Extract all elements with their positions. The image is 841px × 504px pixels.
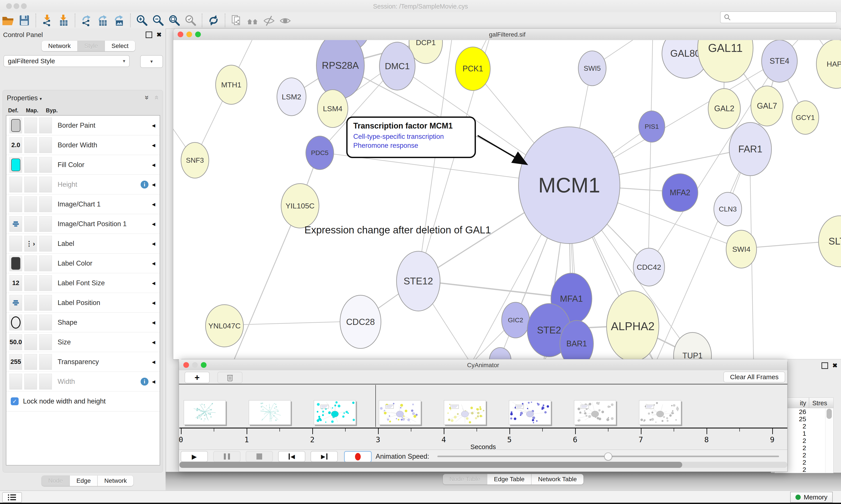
- property-cell[interactable]: [10, 216, 22, 232]
- tab-style[interactable]: Style: [78, 41, 105, 51]
- clear-all-frames-button[interactable]: Clear All Frames: [723, 372, 785, 382]
- network-node-gal2[interactable]: GAL2: [708, 88, 741, 129]
- network-node-mth1[interactable]: MTH1: [215, 65, 247, 105]
- table-column-header[interactable]: Stres: [809, 398, 833, 408]
- tab-select[interactable]: Select: [105, 41, 135, 51]
- property-row-transparency[interactable]: 255Transparency◀: [6, 352, 160, 372]
- network-node-cdc28[interactable]: CDC28: [340, 295, 381, 349]
- memory-button[interactable]: Memory: [790, 492, 833, 503]
- property-row-border-width[interactable]: 2.0Border Width◀: [6, 135, 160, 155]
- lock-size-checkbox[interactable]: ✓: [11, 397, 19, 405]
- property-row-image-chart-position-1[interactable]: Image/Chart Position 1◀: [6, 214, 160, 234]
- export-table-icon[interactable]: [95, 13, 111, 28]
- collapse-left-icon[interactable]: ◀: [152, 281, 155, 286]
- frame-thumbnail-2[interactable]: [249, 400, 291, 425]
- network-node-pdc5[interactable]: PDC5: [305, 136, 334, 170]
- frame-thumbnail-7[interactable]: [574, 400, 616, 425]
- frame-thumbnail-4[interactable]: [379, 400, 421, 425]
- collapse-left-icon[interactable]: ◀: [152, 359, 155, 364]
- float-panel-icon[interactable]: [822, 362, 828, 369]
- property-cell[interactable]: [24, 314, 37, 330]
- property-cell[interactable]: [24, 216, 37, 232]
- property-cell[interactable]: 12: [10, 275, 22, 291]
- annotation-link[interactable]: Cell-type-specific transcription: [353, 132, 469, 141]
- property-cell[interactable]: ⋮›: [24, 236, 37, 252]
- open-folder-icon[interactable]: [0, 13, 16, 28]
- network-file-icon[interactable]: [229, 13, 245, 28]
- property-cell[interactable]: [10, 157, 22, 173]
- show-details-icon[interactable]: [277, 13, 293, 28]
- style-selector[interactable]: galFiltered Style ▾: [3, 55, 130, 67]
- network-node-mfa2[interactable]: MFA2: [662, 174, 698, 212]
- property-cell[interactable]: [24, 255, 37, 271]
- property-cell[interactable]: [39, 295, 52, 311]
- network-node-ste4[interactable]: STE4: [761, 40, 798, 83]
- table-scrollbar[interactable]: [825, 408, 833, 473]
- skip-start-button[interactable]: ◀: [278, 451, 305, 462]
- property-cell[interactable]: [39, 118, 52, 133]
- network-node-mcm1[interactable]: MCM1: [518, 127, 620, 244]
- network-node-snf3[interactable]: SNF3: [181, 142, 209, 178]
- export-network-icon[interactable]: [78, 13, 95, 28]
- network-window-titlebar[interactable]: galFiltered.sif: [173, 29, 841, 40]
- search-input[interactable]: [720, 12, 837, 23]
- network-canvas[interactable]: Transcription factor MCM1 Cell-type-spec…: [173, 40, 841, 359]
- info-icon[interactable]: i: [141, 181, 148, 188]
- network-node-alpha2[interactable]: ALPHA2: [606, 290, 659, 359]
- property-row-image-chart-1[interactable]: Image/Chart 1◀: [6, 194, 160, 214]
- float-panel-icon[interactable]: [146, 32, 152, 38]
- property-row-label-font-size[interactable]: 12Label Font Size◀: [6, 273, 160, 293]
- frame-thumbnail-1[interactable]: [184, 400, 226, 425]
- property-row-label-color[interactable]: Label Color◀: [6, 254, 160, 273]
- property-cell[interactable]: [10, 374, 22, 390]
- property-cell[interactable]: [10, 295, 22, 311]
- property-cell[interactable]: [24, 374, 37, 390]
- property-cell[interactable]: [24, 295, 37, 311]
- skip-end-button[interactable]: ▶: [310, 451, 338, 462]
- network-node-gcy1[interactable]: GCY1: [791, 101, 819, 134]
- property-row-width[interactable]: Widthi◀: [6, 372, 160, 392]
- import-table-icon[interactable]: [55, 13, 72, 28]
- network-node-pck1[interactable]: PCK1: [455, 47, 490, 91]
- collapse-left-icon[interactable]: ◀: [152, 162, 155, 167]
- collapse-left-icon[interactable]: ◀: [152, 202, 155, 207]
- property-cell[interactable]: [39, 314, 52, 330]
- property-row-label[interactable]: ⋮›Label◀: [6, 234, 160, 254]
- timeline-scrollbar[interactable]: [179, 462, 787, 468]
- speed-slider-thumb[interactable]: [604, 453, 612, 461]
- expand-all-icon[interactable]: »: [143, 95, 151, 100]
- zoom-out-icon[interactable]: [150, 13, 166, 28]
- hide-details-icon[interactable]: [261, 13, 277, 28]
- network-node-gal7[interactable]: GAL7: [751, 86, 783, 126]
- frame-thumbnail-6[interactable]: [509, 400, 551, 425]
- collapse-left-icon[interactable]: ◀: [152, 300, 155, 305]
- network-node-pis1[interactable]: PIS1: [639, 111, 665, 143]
- network-node-swi5[interactable]: SWI5: [578, 51, 606, 86]
- property-cell[interactable]: [39, 354, 52, 370]
- export-image-icon[interactable]: [111, 13, 127, 28]
- style-options-button[interactable]: ▾: [140, 55, 163, 68]
- property-cell[interactable]: [24, 275, 37, 291]
- collapse-left-icon[interactable]: ◀: [152, 123, 155, 128]
- collapse-left-icon[interactable]: ◀: [152, 340, 155, 345]
- property-row-label-position[interactable]: Label Position◀: [6, 293, 160, 313]
- property-cell[interactable]: [39, 196, 52, 212]
- network-node-swi4[interactable]: SWI4: [726, 230, 757, 268]
- record-button[interactable]: [344, 451, 372, 463]
- network-node-lsm4[interactable]: LSM4: [317, 89, 348, 128]
- property-cell[interactable]: [24, 196, 37, 212]
- annotation-box[interactable]: Transcription factor MCM1 Cell-type-spec…: [346, 116, 476, 158]
- tab-edge-table[interactable]: Edge Table: [487, 474, 532, 485]
- collapse-left-icon[interactable]: ◀: [152, 241, 155, 246]
- property-cell[interactable]: [10, 255, 22, 271]
- collapse-left-icon[interactable]: ◀: [152, 221, 155, 227]
- property-cell[interactable]: [10, 314, 22, 330]
- property-row-border-paint[interactable]: Border Paint◀: [6, 115, 160, 135]
- property-cell[interactable]: [39, 177, 52, 193]
- collapse-left-icon[interactable]: ◀: [152, 320, 155, 325]
- collapse-left-icon[interactable]: ◀: [152, 143, 155, 148]
- zoom-fit-icon[interactable]: [166, 13, 182, 28]
- property-row-height[interactable]: Heighti◀: [6, 175, 160, 194]
- property-cell[interactable]: 2.0: [10, 137, 22, 153]
- tab-node-table[interactable]: Node Table: [443, 474, 487, 485]
